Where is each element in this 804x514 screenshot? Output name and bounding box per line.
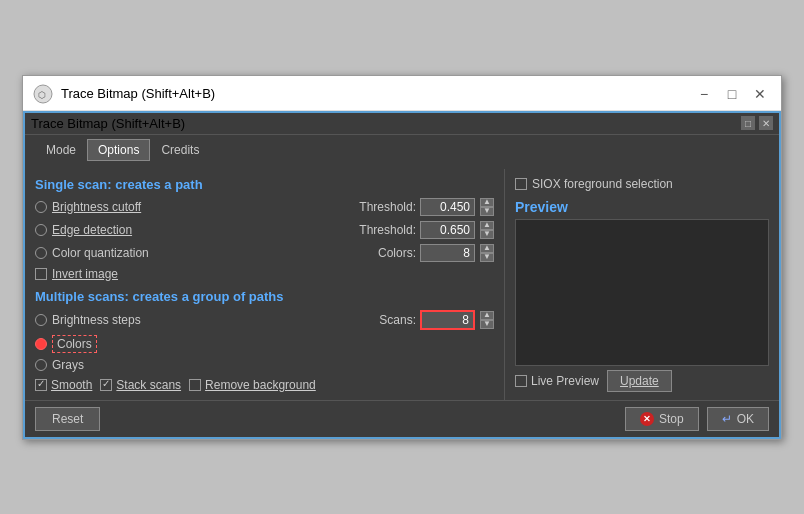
brightness-steps-left: Brightness steps: [35, 313, 141, 327]
window-title: Trace Bitmap (Shift+Alt+B): [61, 86, 215, 101]
color-quant-spinner: ▲ ▼: [480, 244, 494, 262]
edge-spinner: ▲ ▼: [480, 221, 494, 239]
main-window: ⬡ Trace Bitmap (Shift+Alt+B) − □ ✕ Trace…: [22, 75, 782, 440]
tab-bar: Mode Options Credits: [25, 135, 779, 161]
stack-scans-checkbox[interactable]: [100, 379, 112, 391]
tab-credits[interactable]: Credits: [150, 139, 210, 161]
stack-scans-label: Stack scans: [116, 378, 181, 392]
scans-input[interactable]: [420, 310, 475, 330]
color-quant-left: Color quantization: [35, 246, 149, 260]
siox-row: SIOX foreground selection: [515, 177, 769, 191]
stack-scans-option: Stack scans: [100, 378, 181, 392]
colors-radio[interactable]: [35, 338, 47, 350]
brightness-steps-label: Brightness steps: [52, 313, 141, 327]
title-bar: ⬡ Trace Bitmap (Shift+Alt+B) − □ ✕: [23, 76, 781, 111]
grays-label: Grays: [52, 358, 84, 372]
multiple-scans-title: Multiple scans: creates a group of paths: [35, 289, 494, 304]
left-panel: Single scan: creates a path Brightness c…: [25, 169, 505, 400]
colors-row: Colors: [35, 335, 494, 353]
edge-detection-left: Edge detection: [35, 223, 132, 237]
brightness-cutoff-left: Brightness cutoff: [35, 200, 141, 214]
grays-row: Grays: [35, 358, 494, 372]
smooth-label: Smooth: [51, 378, 92, 392]
colors-label: Colors: [52, 335, 97, 353]
brightness-steps-radio[interactable]: [35, 314, 47, 326]
edge-spin-down[interactable]: ▼: [480, 230, 494, 239]
color-quant-input[interactable]: [420, 244, 475, 262]
edge-detection-row: Edge detection Threshold: ▲ ▼: [35, 221, 494, 239]
smooth-option: Smooth: [35, 378, 92, 392]
remove-background-option: Remove background: [189, 378, 316, 392]
brightness-threshold-box: Threshold: ▲ ▼: [359, 198, 494, 216]
tab-mode[interactable]: Mode: [35, 139, 87, 161]
live-preview-label: Live Preview: [531, 374, 599, 388]
inner-float-button[interactable]: □: [741, 116, 755, 130]
reset-button[interactable]: Reset: [35, 407, 100, 431]
edge-detection-radio[interactable]: [35, 224, 47, 236]
brightness-spinner: ▲ ▼: [480, 198, 494, 216]
remove-background-checkbox[interactable]: [189, 379, 201, 391]
brightness-spin-down[interactable]: ▼: [480, 207, 494, 216]
close-button[interactable]: ✕: [751, 85, 769, 103]
tab-options[interactable]: Options: [87, 139, 150, 161]
color-quant-spin-down[interactable]: ▼: [480, 253, 494, 262]
scans-label-text: Scans:: [379, 313, 416, 327]
scans-box: Scans: ▲ ▼: [379, 310, 494, 330]
invert-image-row: Invert image: [35, 267, 494, 281]
edge-threshold-label: Threshold:: [359, 223, 416, 237]
inner-window: Trace Bitmap (Shift+Alt+B) □ ✕ Mode Opti…: [23, 111, 781, 439]
minimize-button[interactable]: −: [695, 85, 713, 103]
live-preview-item: Live Preview: [515, 374, 599, 388]
remove-background-label: Remove background: [205, 378, 316, 392]
right-panel: SIOX foreground selection Preview Live P…: [505, 169, 779, 400]
brightness-cutoff-row: Brightness cutoff Threshold: ▲ ▼: [35, 198, 494, 216]
preview-label: Preview: [515, 199, 769, 215]
stop-button[interactable]: ✕ Stop: [625, 407, 699, 431]
bottom-options-row: Smooth Stack scans Remove background: [35, 378, 494, 392]
smooth-checkbox[interactable]: [35, 379, 47, 391]
color-quant-radio[interactable]: [35, 247, 47, 259]
title-bar-left: ⬡ Trace Bitmap (Shift+Alt+B): [33, 84, 215, 104]
update-button[interactable]: Update: [607, 370, 672, 392]
single-scan-title: Single scan: creates a path: [35, 177, 494, 192]
grays-radio[interactable]: [35, 359, 47, 371]
brightness-threshold-label: Threshold:: [359, 200, 416, 214]
inner-title-text: Trace Bitmap (Shift+Alt+B): [31, 116, 185, 131]
preview-area: [515, 219, 769, 366]
ok-arrow-icon: ↵: [722, 412, 732, 426]
color-quant-box: Colors: ▲ ▼: [378, 244, 494, 262]
brightness-threshold-input[interactable]: [420, 198, 475, 216]
edge-detection-label: Edge detection: [52, 223, 132, 237]
color-quant-row: Color quantization Colors: ▲ ▼: [35, 244, 494, 262]
colors-left: Colors: [35, 335, 97, 353]
inner-controls: □ ✕: [741, 116, 773, 130]
window-controls: − □ ✕: [695, 85, 769, 103]
edge-threshold-input[interactable]: [420, 221, 475, 239]
ok-button[interactable]: ↵ OK: [707, 407, 769, 431]
stop-icon: ✕: [640, 412, 654, 426]
live-preview-row: Live Preview Update: [515, 370, 769, 392]
siox-checkbox[interactable]: [515, 178, 527, 190]
maximize-button[interactable]: □: [723, 85, 741, 103]
footer-right: ✕ Stop ↵ OK: [625, 407, 769, 431]
brightness-cutoff-radio[interactable]: [35, 201, 47, 213]
inner-close-button[interactable]: ✕: [759, 116, 773, 130]
siox-label: SIOX foreground selection: [532, 177, 673, 191]
scans-spinner: ▲ ▼: [480, 311, 494, 329]
app-icon: ⬡: [33, 84, 53, 104]
grays-left: Grays: [35, 358, 84, 372]
invert-image-label: Invert image: [52, 267, 118, 281]
color-quant-label: Color quantization: [52, 246, 149, 260]
brightness-cutoff-label: Brightness cutoff: [52, 200, 141, 214]
colors-label-text: Colors:: [378, 246, 416, 260]
svg-text:⬡: ⬡: [38, 90, 46, 100]
live-preview-checkbox[interactable]: [515, 375, 527, 387]
invert-image-checkbox[interactable]: [35, 268, 47, 280]
edge-threshold-box: Threshold: ▲ ▼: [359, 221, 494, 239]
brightness-steps-row: Brightness steps Scans: ▲ ▼: [35, 310, 494, 330]
footer-bar: Reset ✕ Stop ↵ OK: [25, 400, 779, 437]
main-content: Single scan: creates a path Brightness c…: [25, 169, 779, 400]
scans-spin-down[interactable]: ▼: [480, 320, 494, 329]
inner-title-bar: Trace Bitmap (Shift+Alt+B) □ ✕: [25, 113, 779, 135]
